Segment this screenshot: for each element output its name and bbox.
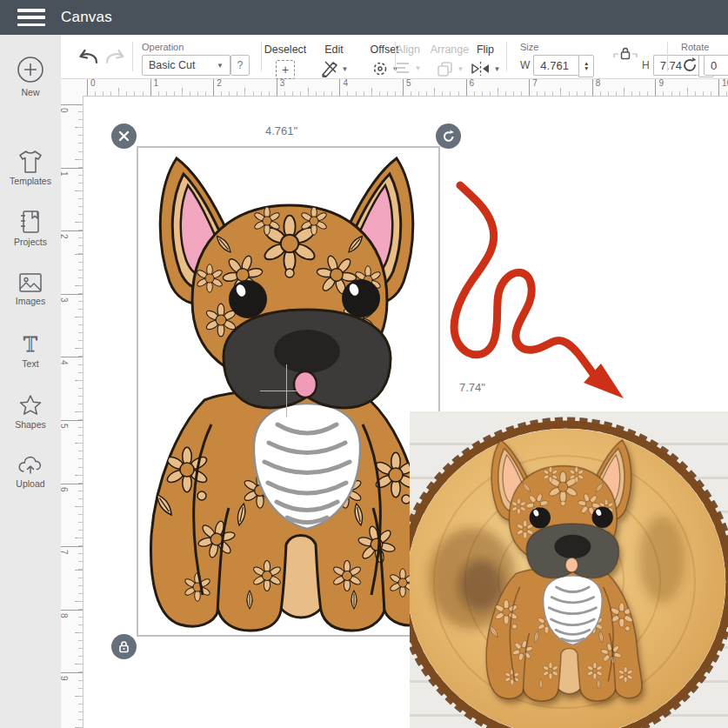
ruler-number: 0 <box>87 78 96 96</box>
rotate-label: Rotate <box>681 42 709 52</box>
flip-icon <box>471 60 491 77</box>
edit-button[interactable]: Edit ▼ <box>311 43 357 81</box>
svg-text:T: T <box>23 332 37 357</box>
new-plus-icon <box>15 54 46 85</box>
product-photo[interactable] <box>410 411 728 728</box>
left-sidebar: New Templates Projects Images T Text S <box>0 35 61 728</box>
width-stepper[interactable]: ▲▼ <box>578 55 594 77</box>
ruler-number: 9 <box>655 78 664 96</box>
edit-toolbar: Operation Basic Cut ▼ ? Deselect + Edit … <box>61 35 728 79</box>
upload-cloud-icon <box>17 454 44 477</box>
delete-handle[interactable] <box>111 124 137 149</box>
lock-handle[interactable] <box>111 634 137 659</box>
ruler-number: 10 <box>718 78 728 96</box>
sidebar-item-new[interactable]: New <box>0 54 61 97</box>
sidebar-item-label: Shapes <box>0 419 61 430</box>
operation-label: Operation <box>142 42 184 52</box>
help-button[interactable]: ? <box>230 55 250 76</box>
ruler-number: 7 <box>529 78 538 96</box>
deselect-icon: + <box>276 60 295 79</box>
align-icon <box>395 60 412 76</box>
vertical-ruler: 0123456789 <box>61 96 83 728</box>
lock-icon <box>117 640 130 653</box>
rotate-handle[interactable] <box>436 124 461 149</box>
edit-pencil-icon <box>320 60 339 77</box>
selection-height-label: 7.74" <box>459 381 485 394</box>
ruler-number: 6 <box>61 484 83 494</box>
ruler-number: 7 <box>61 546 83 557</box>
deselect-button[interactable]: Deselect + <box>259 43 311 79</box>
ruler-number: 3 <box>277 78 285 96</box>
flip-label: Flip <box>465 43 505 56</box>
sidebar-item-upload[interactable]: Upload <box>0 454 61 489</box>
chevron-down-icon: ▼ <box>342 65 349 73</box>
sidebar-item-shapes[interactable]: Shapes <box>0 393 61 430</box>
ruler-number: 3 <box>61 294 83 304</box>
sidebar-item-label: Upload <box>0 478 61 489</box>
ruler-number: 6 <box>466 78 475 96</box>
edit-label: Edit <box>311 43 357 56</box>
selection-width-label: 4.761" <box>265 124 297 137</box>
chevron-down-icon: ▼ <box>415 64 422 72</box>
red-squiggle-arrow[interactable] <box>439 165 639 409</box>
undo-icon <box>77 47 99 66</box>
ruler-number: 2 <box>61 230 83 241</box>
project-book-icon <box>18 209 43 235</box>
rotate-icon[interactable] <box>681 57 698 74</box>
wood-slice-image <box>410 411 728 728</box>
flip-button[interactable]: Flip ▼ <box>465 43 505 81</box>
ruler-number: 4 <box>339 78 348 96</box>
ruler-number: 8 <box>61 610 83 620</box>
ruler-number: 1 <box>61 168 83 178</box>
rotate-input[interactable] <box>704 55 728 76</box>
horizontal-ruler: 012345678910 <box>61 78 728 97</box>
redo-icon <box>104 47 127 66</box>
bulldog-artwork[interactable] <box>137 146 437 633</box>
sidebar-item-label: New <box>0 87 61 97</box>
chevron-down-icon: ▼ <box>217 62 224 70</box>
sidebar-item-images[interactable]: Images <box>0 271 61 306</box>
ruler-number: 5 <box>403 78 411 96</box>
width-prefix: W <box>520 59 530 71</box>
text-icon: T <box>17 332 43 357</box>
undo-button[interactable] <box>77 47 99 70</box>
sidebar-item-label: Projects <box>0 237 61 247</box>
star-shape-icon <box>17 393 43 417</box>
size-label: Size <box>520 42 538 52</box>
redo-button[interactable] <box>104 47 127 70</box>
ruler-number: 1 <box>150 78 159 96</box>
sidebar-item-label: Templates <box>0 176 61 186</box>
hamburger-menu-icon[interactable] <box>17 9 45 26</box>
sidebar-item-label: Images <box>0 296 61 306</box>
sidebar-item-templates[interactable]: Templates <box>0 150 61 186</box>
sidebar-item-projects[interactable]: Projects <box>0 209 61 247</box>
height-prefix: H <box>642 59 650 71</box>
chevron-down-icon: ▼ <box>458 65 464 73</box>
image-icon <box>17 271 43 294</box>
ruler-number: 8 <box>592 78 601 96</box>
rotate-arrow-icon <box>442 130 456 144</box>
page-title: Canvas <box>61 9 112 26</box>
ruler-number: 4 <box>61 357 83 367</box>
ruler-number: 9 <box>61 672 83 683</box>
ruler-number: 2 <box>213 78 222 96</box>
tshirt-icon <box>17 150 43 174</box>
operation-dropdown[interactable]: Basic Cut ▼ <box>142 55 230 76</box>
size-lock-icon[interactable] <box>612 45 638 64</box>
ruler-number: 5 <box>61 420 83 431</box>
operation-value: Basic Cut <box>149 59 196 71</box>
arrange-icon <box>436 60 455 77</box>
sidebar-item-text[interactable]: T Text <box>0 332 61 369</box>
ruler-number: 0 <box>61 104 83 115</box>
sidebar-item-label: Text <box>0 358 61 369</box>
deselect-label: Deselect <box>259 43 311 56</box>
width-input[interactable] <box>533 55 578 76</box>
close-icon <box>118 130 130 142</box>
chevron-down-icon: ▼ <box>494 65 501 73</box>
app-header: Canvas <box>0 0 728 35</box>
